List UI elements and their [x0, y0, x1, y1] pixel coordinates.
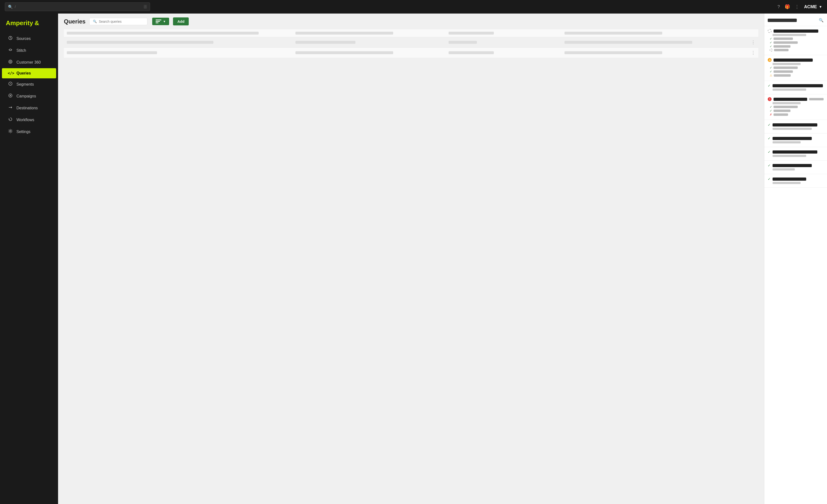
check-icon: ✓ — [770, 45, 772, 48]
panel-item-title — [773, 164, 812, 167]
cell-name — [67, 32, 259, 35]
cell-updated — [565, 41, 692, 44]
cell-name — [67, 41, 213, 44]
cell-status — [449, 32, 494, 35]
right-panel: 🔍 ✓ ✓ ✓ — [764, 13, 827, 504]
search-icon: 🔍 — [8, 5, 13, 9]
row-context-menu[interactable]: ⋮ — [718, 50, 756, 55]
panel-item: ✓ — [764, 120, 827, 134]
sub-item-text — [774, 113, 788, 116]
status-loading-icon — [770, 49, 773, 52]
panel-item: ✓ — [764, 134, 827, 147]
check-status-icon: ✓ — [768, 84, 771, 88]
sub-item-text — [774, 106, 798, 108]
warning-icon: ⚠ — [770, 74, 772, 77]
chevron-down-icon: ▼ — [819, 5, 822, 9]
sidebar-item-label: Customer 360 — [16, 60, 41, 64]
sidebar-item-customer360[interactable]: Customer 360 — [2, 56, 56, 68]
panel-item: ✓ — [764, 161, 827, 174]
global-search-input[interactable] — [15, 5, 144, 9]
chevron-down-icon: ▼ — [163, 20, 166, 23]
gift-icon[interactable]: 🎁 — [785, 4, 790, 9]
sidebar-item-settings[interactable]: Settings — [2, 126, 56, 138]
topbar-actions: ? 🎁 ⋮ ACME ▼ — [777, 4, 822, 9]
panel-sub-line — [773, 89, 806, 91]
cell-name — [67, 51, 157, 54]
panel-item-title — [773, 84, 823, 87]
search-slash: / — [144, 5, 147, 9]
sidebar: Amperity & Sources Stitch Customer 360 <… — [0, 13, 58, 504]
svg-point-1 — [9, 60, 12, 63]
topbar: 🔍 / ? 🎁 ⋮ ACME ▼ — [0, 0, 827, 13]
panel-sub-line — [773, 63, 800, 65]
filter-bar-2 — [156, 21, 160, 22]
panel-sub-line — [773, 128, 812, 130]
panel-item-header: ✓ — [768, 123, 824, 127]
panel-item-header: ✓ — [768, 163, 824, 167]
filter-button[interactable]: ▼ — [152, 18, 169, 25]
panel-item-header — [768, 29, 824, 33]
panel-item: ⚠ ✓ ✓ ⚠ — [764, 55, 827, 81]
panel-item-title — [774, 30, 818, 33]
sidebar-item-queries[interactable]: </> Queries — [2, 68, 56, 79]
sidebar-item-campaigns[interactable]: Campaigns — [2, 90, 56, 102]
queries-table: ⋮ ⋮ — [58, 29, 764, 504]
global-search[interactable]: 🔍 / — [5, 2, 150, 11]
account-name: ACME — [804, 4, 817, 9]
panel-item-header: ✓ — [768, 150, 824, 154]
more-icon[interactable]: ⋮ — [795, 4, 799, 9]
panel-sub-line — [773, 34, 806, 36]
status-warning-icon: ⚠ — [768, 58, 772, 62]
cell-type — [295, 51, 393, 54]
app-logo: Amperity & — [0, 17, 58, 33]
panel-item-title — [773, 178, 806, 181]
destinations-icon — [8, 105, 13, 111]
panel-item: ! ✓ ✓ ✗ — [764, 94, 827, 120]
sub-item-text — [774, 45, 790, 48]
panel-item-header: ! — [768, 97, 824, 101]
check-status-icon: ✓ — [768, 123, 771, 127]
cell-status — [449, 41, 477, 44]
panel-item-title — [773, 123, 817, 127]
right-panel-search-icon[interactable]: 🔍 — [819, 18, 824, 22]
add-query-button[interactable]: Add — [173, 17, 189, 26]
table-row: ⋮ — [64, 48, 758, 58]
table-row — [64, 29, 758, 37]
filter-bar-3 — [156, 22, 158, 23]
panel-item-header: ✓ — [768, 84, 824, 88]
queries-search-input[interactable] — [99, 19, 144, 23]
queries-title: Queries — [64, 18, 85, 25]
sidebar-item-segments[interactable]: Segments — [2, 79, 56, 90]
queries-search-box[interactable]: 🔍 — [89, 18, 147, 25]
check-status-icon: ✓ — [768, 177, 771, 181]
sub-item-text — [774, 70, 793, 73]
sidebar-item-destinations[interactable]: Destinations — [2, 102, 56, 114]
workflows-icon — [8, 117, 13, 123]
queries-icon: </> — [8, 71, 13, 75]
cell-status — [449, 51, 494, 54]
panel-item-header: ✓ — [768, 177, 824, 181]
sidebar-item-sources[interactable]: Sources — [2, 33, 56, 45]
sidebar-item-stitch[interactable]: Stitch — [2, 45, 56, 56]
panel-item-title — [774, 58, 813, 62]
help-icon[interactable]: ? — [777, 4, 780, 9]
row-context-menu[interactable]: ⋮ — [718, 40, 756, 45]
sidebar-item-label: Campaigns — [16, 94, 36, 98]
sub-item-text — [774, 38, 793, 40]
sub-item-text — [774, 41, 798, 44]
panel-item: ✓ — [764, 147, 827, 161]
main-layout: Amperity & Sources Stitch Customer 360 <… — [0, 13, 827, 504]
right-panel-header: 🔍 — [764, 16, 827, 26]
account-menu[interactable]: ACME ▼ — [804, 4, 822, 9]
sidebar-item-label: Segments — [16, 82, 34, 87]
sidebar-item-workflows[interactable]: Workflows — [2, 114, 56, 126]
error-icon: ✗ — [770, 113, 772, 116]
svg-point-6 — [10, 130, 11, 132]
cell-updated — [565, 32, 662, 35]
check-status-icon: ✓ — [768, 163, 771, 167]
svg-point-2 — [10, 61, 11, 62]
stitch-icon — [8, 47, 13, 53]
table-row: ⋮ — [64, 37, 758, 48]
panel-item-title — [773, 137, 812, 140]
panel-item-title — [774, 98, 807, 101]
